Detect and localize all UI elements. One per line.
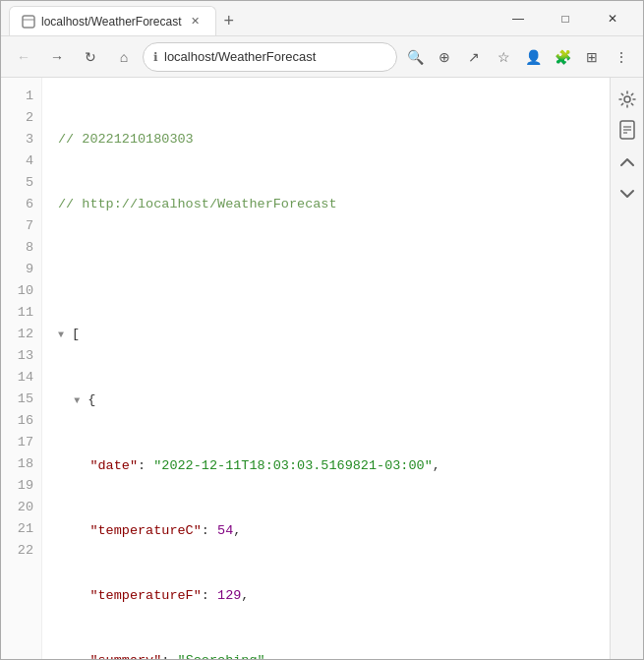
pwa-icon-button[interactable]: ⊞ — [578, 43, 606, 71]
chevron-up-icon — [620, 157, 634, 167]
new-tab-button[interactable]: + — [216, 7, 243, 35]
svg-rect-0 — [23, 16, 34, 28]
line-6: "date": "2022-12-11T18:03:03.5169821-03:… — [58, 455, 610, 477]
back-button[interactable]: ← — [9, 42, 38, 72]
menu-icon-button[interactable]: ⋮ — [608, 43, 635, 71]
gear-icon — [618, 90, 636, 108]
close-button[interactable]: ✕ — [590, 3, 635, 34]
chevron-down-icon — [620, 189, 634, 199]
browser-window: localhost/WeatherForecast ✕ + — □ ✕ ← → … — [0, 0, 644, 660]
favorites-icon-button[interactable]: ☆ — [490, 43, 517, 71]
user-icon-button[interactable]: 👤 — [519, 43, 547, 71]
tab-label: localhost/WeatherForecast — [41, 15, 182, 29]
refresh-button[interactable]: ↻ — [76, 42, 105, 72]
zoom-icon-button[interactable]: ⊕ — [431, 43, 458, 71]
settings-button[interactable] — [614, 86, 641, 113]
active-tab[interactable]: localhost/WeatherForecast ✕ — [9, 6, 216, 35]
line-1: // 20221210180303 — [58, 129, 610, 150]
nav-icons: 🔍 ⊕ ↗ ☆ 👤 🧩 ⊞ ⋮ — [401, 43, 635, 71]
nav-bar: ← → ↻ ⌂ ℹ 🔍 ⊕ ↗ ☆ 👤 🧩 ⊞ ⋮ — [1, 36, 643, 78]
code-view[interactable]: 1 2 3 4 5 6 7 8 9 10 11 12 13 14 15 16 1… — [1, 78, 610, 659]
right-sidebar — [610, 78, 643, 659]
window-controls: — □ ✕ — [496, 3, 635, 34]
raw-button[interactable] — [614, 117, 641, 145]
maximize-button[interactable]: □ — [543, 3, 588, 34]
code-content: // 20221210180303 // http://localhost/We… — [42, 78, 610, 659]
line-8: "temperatureF": 129, — [58, 585, 610, 607]
search-icon-button[interactable]: 🔍 — [401, 43, 429, 71]
line-2: // http://localhost/WeatherForecast — [58, 194, 610, 215]
scroll-up-button[interactable] — [614, 149, 641, 176]
title-bar: localhost/WeatherForecast ✕ + — □ ✕ — [1, 1, 643, 36]
svg-point-2 — [624, 96, 630, 102]
share-icon-button[interactable]: ↗ — [460, 43, 488, 71]
line-3 — [58, 259, 610, 280]
tab-area: localhost/WeatherForecast ✕ + — [9, 1, 492, 35]
line-7: "temperatureC": 54, — [58, 520, 610, 542]
url-input[interactable] — [164, 49, 386, 64]
fold-5[interactable]: ▼ — [74, 390, 88, 412]
raw-icon — [617, 120, 637, 142]
extensions-icon-button[interactable]: 🧩 — [549, 43, 576, 71]
line-9: "summary": "Scorching" — [58, 650, 610, 659]
scroll-down-button[interactable] — [614, 180, 641, 208]
line-numbers: 1 2 3 4 5 6 7 8 9 10 11 12 13 14 15 16 1… — [1, 78, 42, 659]
minimize-button[interactable]: — — [496, 3, 541, 34]
forward-button[interactable]: → — [42, 42, 72, 72]
home-button[interactable]: ⌂ — [109, 42, 139, 72]
comment-2: // http://localhost/WeatherForecast — [58, 197, 337, 211]
comment-1: // 20221210180303 — [58, 132, 194, 147]
line-4: ▼[ — [58, 324, 610, 346]
line-5: ▼{ — [58, 390, 610, 412]
content-area: 1 2 3 4 5 6 7 8 9 10 11 12 13 14 15 16 1… — [1, 78, 643, 659]
address-bar[interactable]: ℹ — [143, 42, 397, 72]
tab-close-button[interactable]: ✕ — [188, 14, 204, 30]
lock-icon: ℹ — [153, 50, 158, 64]
tab-favicon — [22, 15, 35, 29]
fold-4[interactable]: ▼ — [58, 325, 72, 346]
